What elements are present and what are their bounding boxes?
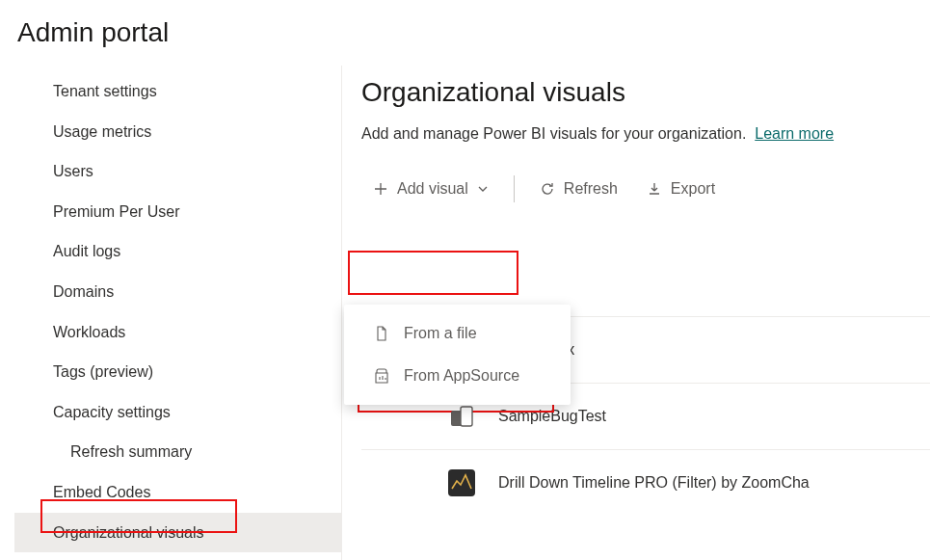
sidebar-item-capacity-settings[interactable]: Capacity settings — [14, 392, 341, 433]
dropdown-from-file-label: From a file — [404, 325, 477, 342]
main-title: Organizational visuals — [361, 77, 930, 108]
sidebar-item-workloads[interactable]: Workloads — [14, 312, 341, 353]
sidebar-item-refresh-summary[interactable]: Refresh summary — [14, 432, 341, 472]
main-panel: Organizational visuals Add and manage Po… — [342, 66, 930, 560]
refresh-label: Refresh — [564, 180, 618, 198]
toolbar: Add visual Refresh Export — [361, 168, 930, 210]
refresh-button[interactable]: Refresh — [528, 174, 629, 203]
sidebar-item-organizational-visuals[interactable]: Organizational visuals — [14, 513, 341, 553]
sidebar: Tenant settings Usage metrics Users Prem… — [0, 66, 342, 560]
export-label: Export — [671, 180, 715, 198]
dropdown-from-file[interactable]: From a file — [344, 312, 571, 355]
refresh-icon — [540, 181, 555, 197]
list-item[interactable]: Drill Down Timeline PRO (Filter) by Zoom… — [361, 450, 930, 496]
visual-icon — [448, 403, 475, 430]
sidebar-item-users[interactable]: Users — [14, 151, 341, 192]
toolbar-separator — [514, 175, 515, 202]
sidebar-item-audit-logs[interactable]: Audit logs — [14, 231, 341, 272]
visual-name: Drill Down Timeline PRO (Filter) by Zoom… — [498, 474, 810, 492]
visual-icon — [448, 469, 475, 496]
highlight-add-visual — [348, 251, 518, 295]
page-title: Admin portal — [0, 0, 930, 66]
plus-icon — [373, 181, 388, 197]
sidebar-item-embed-codes[interactable]: Embed Codes — [14, 472, 341, 513]
learn-more-link[interactable]: Learn more — [755, 125, 834, 142]
appsource-icon — [373, 367, 390, 385]
sidebar-item-azure-connections[interactable]: Azure connections — [14, 552, 341, 560]
visual-name: SampleBugTest — [498, 408, 606, 425]
main-description: Add and manage Power BI visuals for your… — [361, 125, 930, 143]
dropdown-from-appsource[interactable]: From AppSource — [344, 355, 571, 397]
add-visual-label: Add visual — [397, 180, 468, 198]
add-visual-button[interactable]: Add visual — [361, 174, 500, 203]
dropdown-from-appsource-label: From AppSource — [404, 367, 519, 385]
sidebar-item-tenant-settings[interactable]: Tenant settings — [14, 71, 341, 112]
file-icon — [373, 325, 390, 342]
add-visual-dropdown: From a file From AppSource — [344, 305, 571, 405]
sidebar-item-premium-per-user[interactable]: Premium Per User — [14, 192, 341, 232]
sidebar-item-tags-preview[interactable]: Tags (preview) — [14, 352, 341, 392]
download-icon — [647, 181, 662, 197]
chevron-down-icon — [477, 183, 489, 195]
sidebar-item-usage-metrics[interactable]: Usage metrics — [14, 112, 341, 152]
svg-rect-3 — [461, 407, 472, 426]
main-description-text: Add and manage Power BI visuals for your… — [361, 125, 746, 142]
export-button[interactable]: Export — [635, 174, 727, 203]
sidebar-item-domains[interactable]: Domains — [14, 272, 341, 312]
